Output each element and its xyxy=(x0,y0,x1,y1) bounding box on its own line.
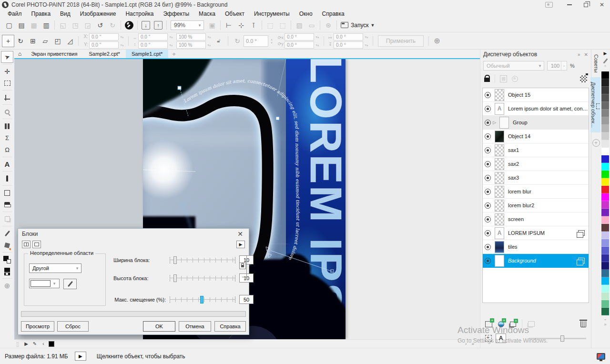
fg-bg-swatches-tool[interactable] xyxy=(1,265,13,277)
duplicate-object-button[interactable] xyxy=(510,322,516,327)
color-swatch[interactable] xyxy=(601,148,609,155)
account-icon[interactable] xyxy=(545,2,553,8)
palette-eyedropper-icon[interactable] xyxy=(603,58,608,63)
palette-flyout-icon[interactable]: ▶ xyxy=(604,50,607,57)
thumbnail-size-slider[interactable] xyxy=(529,338,586,339)
tab-tips[interactable]: Советы xyxy=(593,50,599,77)
menu-объект[interactable]: Объект xyxy=(220,10,249,17)
mask-marquee-icon[interactable]: ⬚ xyxy=(264,20,276,31)
redo-icon[interactable]: ↻ xyxy=(106,20,119,31)
color-swatch[interactable] xyxy=(601,155,609,163)
menu-настройка[interactable]: Настройка xyxy=(121,10,158,17)
visibility-eye-icon[interactable] xyxy=(485,161,491,167)
slider-thumb[interactable] xyxy=(200,296,203,303)
color-swatch[interactable] xyxy=(601,300,609,308)
layer-row[interactable]: lorem blur2 xyxy=(483,199,589,212)
fill-tool[interactable] xyxy=(1,239,13,251)
menu-справка[interactable]: Справка xyxy=(317,10,349,17)
skew-mode-button[interactable]: ▱ xyxy=(39,35,51,47)
rectangle-tool[interactable] xyxy=(1,187,13,199)
tile-width-slider[interactable] xyxy=(170,256,235,264)
slider-thumb[interactable] xyxy=(560,335,564,342)
visibility-eye-icon[interactable] xyxy=(485,106,491,112)
layer-row[interactable]: lorem blur xyxy=(483,185,589,199)
document-tab[interactable]: Sample2.cpt* xyxy=(83,50,125,58)
color-swatch[interactable] xyxy=(601,102,609,110)
palette-scroll-down-icon[interactable]: ⌄ xyxy=(603,316,607,322)
color-swatch[interactable] xyxy=(601,293,609,300)
rectangle-mask-tool[interactable] xyxy=(1,77,13,89)
color-swatch[interactable] xyxy=(601,285,609,293)
new-lens-button[interactable] xyxy=(498,321,504,327)
dual-preview-button[interactable] xyxy=(22,241,30,248)
color-swatch[interactable] xyxy=(601,140,609,148)
lens-icon[interactable] xyxy=(512,76,518,82)
menu-окно[interactable]: Окно xyxy=(295,10,317,17)
brush-tool[interactable] xyxy=(1,172,13,184)
spinner-icons[interactable]: ▾▴ xyxy=(119,43,125,47)
spinner-icons[interactable]: ▾▴ xyxy=(363,43,370,47)
save-icon[interactable]: ▦ xyxy=(28,20,40,31)
mask-border-icon[interactable]: ▭ xyxy=(305,20,318,31)
opacity-spinner[interactable]: ÷ xyxy=(561,61,567,70)
color-swatch[interactable] xyxy=(601,171,609,178)
preview-button[interactable]: Просмотр xyxy=(21,321,54,332)
color-swatch[interactable] xyxy=(601,270,609,277)
color-swatch[interactable] xyxy=(601,87,609,94)
paste-icon[interactable]: ◲ xyxy=(81,20,94,31)
apply-button[interactable]: Применить xyxy=(378,35,424,47)
color-swatch[interactable] xyxy=(601,117,609,125)
visibility-eye-icon[interactable] xyxy=(485,258,491,264)
visibility-eye-icon[interactable] xyxy=(485,244,491,250)
flyout-arrow-icon[interactable]: ▶ xyxy=(22,341,30,346)
new-document-icon[interactable]: ▢ xyxy=(3,20,15,31)
spinner-icons[interactable]: ▾▴ xyxy=(314,43,321,47)
status-flyout-button[interactable]: ▶ xyxy=(75,352,86,361)
stretch-h-field[interactable] xyxy=(334,33,363,40)
menu-инструменты[interactable]: Инструменты xyxy=(249,10,295,17)
menu-файл[interactable]: Файл xyxy=(3,10,27,17)
cut-icon[interactable]: ◱ xyxy=(57,20,69,31)
stretch-v-field[interactable] xyxy=(334,41,363,49)
restore-button[interactable] xyxy=(578,0,594,10)
layer-row[interactable]: sax1 xyxy=(483,143,589,157)
opacity-field[interactable]: 100 ÷ xyxy=(547,61,567,71)
layer-row[interactable]: screen xyxy=(483,212,589,226)
slider-thumb[interactable] xyxy=(173,274,177,282)
launch-menu[interactable]: Запуск ▼ xyxy=(341,22,375,29)
spinner-icons[interactable]: ▾▴ xyxy=(168,43,174,47)
lock-checker-icon[interactable] xyxy=(580,75,587,82)
add-property-icon[interactable]: ⊕ xyxy=(431,35,443,47)
color-swatch[interactable] xyxy=(601,193,609,201)
scale-y-field[interactable] xyxy=(176,41,206,49)
brush-nib-icon[interactable]: ✎ xyxy=(30,341,39,346)
object-transparency-tool[interactable] xyxy=(1,213,13,225)
mask-overlay-icon[interactable]: ▨ xyxy=(293,20,305,31)
scale-mode-button[interactable]: ⊞ xyxy=(27,35,39,47)
ok-button[interactable]: OK xyxy=(143,321,175,332)
edit-text-button[interactable]: A xyxy=(496,334,506,343)
document-tab[interactable]: Sample1.cpt* xyxy=(126,50,168,58)
height-field[interactable] xyxy=(138,41,168,49)
distort-mode-button[interactable]: ◰ xyxy=(51,35,64,47)
position-objects-icon[interactable] xyxy=(485,335,492,342)
mask-transform-tool[interactable]: ✛ xyxy=(1,65,13,77)
menu-вид[interactable]: Вид xyxy=(55,10,75,17)
display-settings-icon[interactable] xyxy=(597,353,605,360)
spinner-icons[interactable]: ▾▴ xyxy=(119,35,125,39)
undefined-areas-select[interactable]: Другой ▾ xyxy=(29,263,81,273)
close-panel-icon[interactable]: ✕ xyxy=(584,52,588,57)
merge-mode-select[interactable]: Обычный ▾ xyxy=(483,61,544,71)
lock-ratio-icon[interactable]: 🔓︎ xyxy=(213,35,225,47)
effect-tool[interactable]: Σ xyxy=(1,132,13,144)
color-swatch[interactable] xyxy=(601,239,609,247)
dialog-close-button[interactable]: ✕ xyxy=(235,230,245,238)
width-field[interactable] xyxy=(138,33,168,40)
color-swatch[interactable] xyxy=(601,110,609,117)
cancel-button[interactable]: Отмена xyxy=(179,321,211,332)
document-tab[interactable]: Экран приветствия xyxy=(25,50,83,58)
text-tool[interactable]: A xyxy=(1,158,13,170)
visibility-eye-icon[interactable] xyxy=(485,120,491,126)
color-control-tool[interactable] xyxy=(1,253,13,265)
rotate-mode-button[interactable]: ↻ xyxy=(14,35,27,47)
